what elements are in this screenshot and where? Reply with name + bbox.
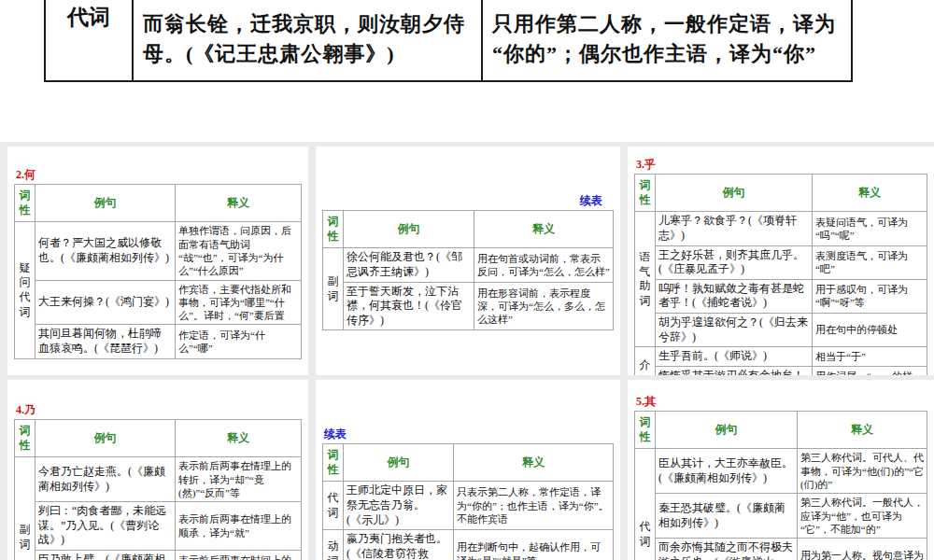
meaning-cell: 单独作谓语，问原因，后面常有语气助词“哉”“也”，可译为“为什么”“什么原因” [176,222,302,280]
word-usage-table: 词性例句释义副词今君乃亡赵走燕。(《廉颇蔺相如列传》)表示前后两事在情理上的转折… [14,419,302,560]
panel-3-hu: 3.乎 词性例句释义语气助词儿寒乎？欲食乎？(《项脊轩志》)表疑问语气，可译为“… [628,147,934,375]
meaning-cell: 用作词尾，“……的样子” [813,366,927,375]
table-row: 代词 而翁长铨，迁我京职，则汝朝夕侍母。(《记王忠肃公翱事》) 只用作第二人称，… [45,0,852,81]
col-header-example: 例句 [35,185,176,222]
header-row: 词性例句释义 [15,420,302,457]
meaning-cell: 用于感叹句，可译为“啊”“呀”等 [813,279,927,313]
example-cell: 臣乃敢上璧。(《廉颇蔺相如列传》) [35,551,176,560]
table-row: 疑问代词何者？严大国之威以修敬也。(《廉颇蔺相如列传》)单独作谓语，问原因，后面… [15,222,302,280]
panel-title: 2.何 [16,169,300,181]
pos-cell: 代词 [323,482,344,530]
example-cell: 而翁长铨，迁我京职，则汝朝夕侍母。(《记王忠肃公翱事》) [133,0,482,81]
col-header-pos: 词性 [323,211,344,248]
meaning-cell: 第三人称代词。可代人、代事物，可译为“他(们)的”“它(们)的” [798,449,927,494]
word-usage-table: 词性例句释义代词王师北定中原日，家祭无忘告乃翁。(《示儿》)只表示第二人称，常作… [322,443,614,560]
meaning-cell: 作宾语，主要代指处所和事物，可译为“哪里”“什么”。译时，“何”要后置 [176,280,302,325]
panel-2-he: 2.何 词性例句释义疑问代词何者？严大国之威以修敬也。(《廉颇蔺相如列传》)单独… [7,147,308,375]
meaning-cell: 用在句首或动词前，常表示反问，可译为“怎么，怎么样” [474,248,614,282]
panel-5-qi: 5.其 词性例句释义代词臣从其计，大王亦幸赦臣。(《廉颇蔺相如列传》)第三人称代… [628,380,934,560]
col-header-example: 例句 [656,175,813,212]
table-row: 副词徐公何能及君也？(《邹忌讽齐王纳谏》)用在句首或动词前，常表示反问，可译为“… [323,248,614,282]
example-cell: 臣从其计，大王亦幸赦臣。(《廉颇蔺相如列传》) [656,449,798,494]
table-row: 胡为乎遑遑欲何之？(《归去来兮辞》)用在句中的停顿处 [635,313,927,346]
col-header-meaning: 释义 [176,185,302,222]
table-row: 语气助词儿寒乎？欲食乎？(《项脊轩志》)表疑问语气，可译为“吗”“呢” [635,212,927,245]
meaning-cell: 表测度语气，可译为“吧” [813,245,927,279]
meaning-cell: 第三人称代词。一般代人，应译为“他”，也可译为“它”，不能加“的” [798,494,927,539]
table-row: 秦王恐其破璧。(《廉颇蔺相如列传》)第三人称代词。一般代人，应译为“他”，也可译… [635,494,927,539]
pos-cell: 语气助词 [635,212,656,347]
pos-cell: 介词 [635,347,656,375]
col-header-meaning: 释义 [454,444,614,482]
meaning-cell: 表示前后两事在情理上的顺承，译为“就” [176,502,302,551]
header-row: 词性例句释义 [15,185,302,222]
meaning-cell: 只表示第二人称，常作定语，译为“你的”；也作主语，译为“你”。不能作宾语 [454,482,614,530]
example-cell: 王之好乐甚，则齐其庶几乎。(《庄暴见孟子》) [656,245,813,279]
example-cell: 刿曰：“肉食者鄙，未能远谋。”乃入见。(《曹刿论战》) [35,502,176,551]
col-header-pos: 词性 [323,444,344,482]
example-cell: 其间旦暮闻何物，杜鹃啼血猿哀鸣。(《琵琶行》) [35,325,176,358]
word-usage-table: 词性例句释义代词臣从其计，大王亦幸赦臣。(《廉颇蔺相如列传》)第三人称代词。可代… [634,411,927,560]
continued-label: 续表 [324,428,612,441]
example-cell: 而余亦悔其随之而不得极夫游之乐也。(《游褒禅山记》) [656,539,798,560]
meaning-cell: 表示前后两事在情理上的转折，译为“却”“竟(然)”“反而”等 [176,457,302,502]
col-header-meaning: 释义 [176,420,302,457]
example-cell: 大王来何操？(《鸿门宴》) [35,280,176,325]
continued-label: 续表 [324,195,612,207]
meaning-cell: 相当于“于” [813,347,927,367]
col-header-pos: 词性 [635,412,656,449]
example-cell: 生乎吾前。(《师说》) [656,347,813,367]
slide-page: { "top_table": { "pos_label": "代词", "exa… [0,0,934,560]
col-header-pos: 词性 [15,420,35,457]
example-cell: 至于誓天断发，泣下沾襟，何其衰也！(《伶官传序》) [344,282,474,330]
panel-title: 5.其 [636,396,926,408]
pos-cell: 代词 [635,449,656,560]
example-cell: 今君乃亡赵走燕。(《廉颇蔺相如列传》) [35,457,176,502]
panel-continued-nai: 续表 词性例句释义代词王师北定中原日，家祭无忘告乃翁。(《示儿》)只表示第二人称… [316,380,620,560]
table-row: 代词臣从其计，大王亦幸赦臣。(《廉颇蔺相如列传》)第三人称代词。可代人、代事物，… [635,449,927,494]
table-row: 介词生乎吾前。(《师说》)相当于“于” [635,347,927,367]
col-header-example: 例句 [344,211,474,248]
top-summary-section: 代词 而翁长铨，迁我京职，则汝朝夕侍母。(《记王忠肃公翱事》) 只用作第二人称，… [0,0,934,142]
table-row: 恢恢乎其于游刃必有余地矣！(《庖丁解牛》)用作词尾，“……的样子” [635,366,927,375]
col-header-pos: 词性 [15,185,35,222]
col-header-pos: 词性 [635,175,656,212]
pos-cell: 副词 [323,248,344,330]
col-header-meaning: 释义 [798,412,927,449]
panel-continued-he: 续表 词性例句释义副词徐公何能及君也？(《邹忌讽齐王纳谏》)用在句首或动词前，常… [316,147,620,375]
meaning-cell: 表疑问语气，可译为“吗”“呢” [813,212,927,245]
header-row: 词性例句释义 [323,211,614,248]
col-header-example: 例句 [35,420,176,457]
col-header-meaning: 释义 [813,175,927,212]
meaning-cell: 用在判断句中，起确认作用，可译为“是”“就是”等 [454,530,614,560]
pos-cell: 代词 [45,0,133,81]
table-row: 而余亦悔其随之而不得极夫游之乐也。(《游褒禅山记》)用为第一人称。视句意译为“我… [635,539,927,560]
meaning-cell: 表示前后两事在时间上的紧接，可译为“才” [176,551,302,560]
table-row: 刿曰：“肉食者鄙，未能远谋。”乃入见。(《曹刿论战》)表示前后两事在情理上的顺承… [15,502,302,551]
example-cell: 徐公何能及君也？(《邹忌讽齐王纳谏》) [344,248,474,282]
example-cell: 呜呼！孰知赋敛之毒有甚是蛇者乎！(《捕蛇者说》) [656,279,813,313]
header-row: 词性例句释义 [635,412,927,449]
table-row: 至于誓天断发，泣下沾襟，何其衰也！(《伶官传序》)用在形容词前，表示程度深，可译… [323,282,614,330]
meaning-cell: 只用作第二人称，一般作定语，译为“你的”；偶尔也作主语，译为“你” [482,0,852,81]
panel-title: 3.乎 [636,159,926,171]
table-row: 代词王师北定中原日，家祭无忘告乃翁。(《示儿》)只表示第二人称，常作定语，译为“… [323,482,614,530]
meaning-cell: 用为第一人称。视句意译为“我的”或“我(自己)” [798,539,927,560]
panel-4-nai: 4.乃 词性例句释义副词今君乃亡赵走燕。(《廉颇蔺相如列传》)表示前后两事在情理… [7,380,308,560]
meaning-cell: 作定语，可译为“什么”“哪” [176,325,302,358]
top-summary-table: 代词 而翁长铨，迁我京职，则汝朝夕侍母。(《记王忠肃公翱事》) 只用作第二人称，… [44,0,853,82]
panels-grid: 2.何 词性例句释义疑问代词何者？严大国之威以修敬也。(《廉颇蔺相如列传》)单独… [0,142,934,560]
meaning-cell: 用在句中的停顿处 [813,313,927,346]
example-cell: 胡为乎遑遑欲何之？(《归去来兮辞》) [656,313,813,346]
panel-title: 4.乃 [16,404,300,416]
meaning-cell: 用在形容词前，表示程度深，可译为“怎么，多么，怎么这样” [474,282,614,330]
table-row: 大王来何操？(《鸿门宴》)作宾语，主要代指处所和事物，可译为“哪里”“什么”。译… [15,280,302,325]
example-cell: 秦王恐其破璧。(《廉颇蔺相如列传》) [656,494,798,539]
col-header-example: 例句 [656,412,798,449]
pos-cell: 副词 [15,457,35,560]
table-row: 副词今君乃亡赵走燕。(《廉颇蔺相如列传》)表示前后两事在情理上的转折，译为“却”… [15,457,302,502]
pos-cell: 疑问代词 [15,222,35,358]
table-row: 臣乃敢上璧。(《廉颇蔺相如列传》)表示前后两事在时间上的紧接，可译为“才” [15,551,302,560]
word-usage-table: 词性例句释义疑问代词何者？严大国之威以修敬也。(《廉颇蔺相如列传》)单独作谓语，… [14,184,302,358]
example-cell: 儿寒乎？欲食乎？(《项脊轩志》) [656,212,813,245]
